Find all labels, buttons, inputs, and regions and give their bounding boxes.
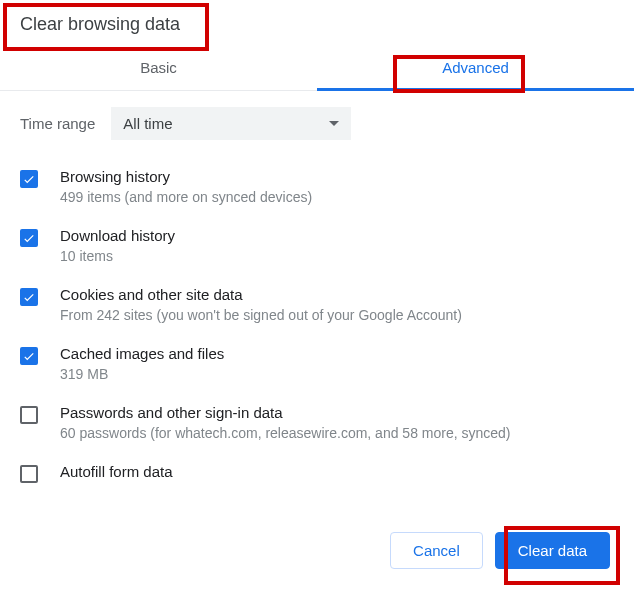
tab-advanced[interactable]: Advanced — [317, 45, 634, 90]
item-text: Autofill form data — [60, 463, 626, 484]
checkbox[interactable] — [20, 465, 38, 483]
clear-data-button[interactable]: Clear data — [495, 532, 610, 569]
chevron-down-icon — [329, 121, 339, 126]
item-desc: 319 MB — [60, 366, 626, 382]
item-desc: 10 items — [60, 248, 626, 264]
timerange-row: Time range All time — [20, 107, 626, 140]
list-item: Passwords and other sign-in data60 passw… — [20, 404, 626, 441]
dialog-title: Clear browsing data — [0, 0, 634, 45]
item-text: Passwords and other sign-in data60 passw… — [60, 404, 626, 441]
timerange-label: Time range — [20, 115, 95, 132]
item-title: Browsing history — [60, 168, 626, 185]
checkbox[interactable] — [20, 229, 38, 247]
list-item: Cookies and other site dataFrom 242 site… — [20, 286, 626, 323]
item-text: Browsing history499 items (and more on s… — [60, 168, 626, 205]
timerange-select[interactable]: All time — [111, 107, 351, 140]
item-title: Passwords and other sign-in data — [60, 404, 626, 421]
item-desc: 499 items (and more on synced devices) — [60, 189, 626, 205]
tab-basic[interactable]: Basic — [0, 45, 317, 90]
item-text: Download history10 items — [60, 227, 626, 264]
item-title: Cached images and files — [60, 345, 626, 362]
list-item: Cached images and files319 MB — [20, 345, 626, 382]
timerange-value: All time — [123, 115, 172, 132]
tabs: Basic Advanced — [0, 45, 634, 91]
item-title: Cookies and other site data — [60, 286, 626, 303]
item-title: Download history — [60, 227, 626, 244]
checkbox[interactable] — [20, 170, 38, 188]
checkbox[interactable] — [20, 406, 38, 424]
item-desc: From 242 sites (you won't be signed out … — [60, 307, 626, 323]
checkbox[interactable] — [20, 347, 38, 365]
item-text: Cached images and files319 MB — [60, 345, 626, 382]
list-item: Browsing history499 items (and more on s… — [20, 168, 626, 205]
item-desc: 60 passwords (for whatech.com, releasewi… — [60, 425, 626, 441]
list-item: Download history10 items — [20, 227, 626, 264]
item-title: Autofill form data — [60, 463, 626, 480]
list-item: Autofill form data — [20, 463, 626, 484]
content-scroll[interactable]: Time range All time Browsing history499 … — [0, 91, 634, 491]
item-text: Cookies and other site dataFrom 242 site… — [60, 286, 626, 323]
cancel-button[interactable]: Cancel — [390, 532, 483, 569]
checkbox[interactable] — [20, 288, 38, 306]
dialog-footer: Cancel Clear data — [0, 512, 634, 593]
